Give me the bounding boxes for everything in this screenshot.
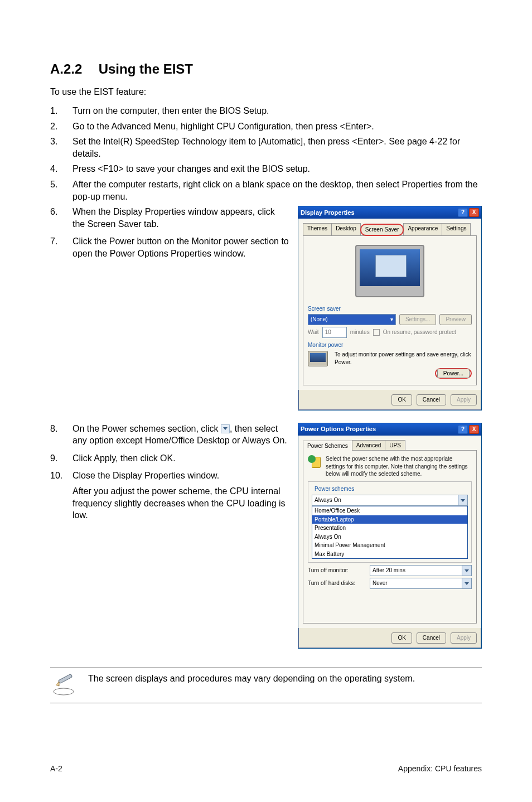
chevron-down-icon <box>462 578 471 588</box>
chevron-down-icon <box>458 495 467 505</box>
po-ok-button[interactable]: OK <box>391 632 412 644</box>
step-text-8: On the Power schemes section, click , th… <box>72 423 289 447</box>
resume-checkbox[interactable] <box>373 329 380 336</box>
step-text-4: Press <F10> to save your changes and exi… <box>72 163 482 175</box>
section-heading: A.2.2 Using the EIST <box>50 61 482 77</box>
step-num-10: 10. <box>50 470 64 521</box>
step-num-7: 7. <box>50 235 64 259</box>
turn-off-hd-select[interactable]: Never <box>370 578 472 589</box>
steps-list: 1.Turn on the computer, then enter the B… <box>50 105 482 658</box>
po-tabs: Power Schemes Advanced UPS <box>303 440 477 451</box>
monitor-power-group-label: Monitor power <box>308 341 472 349</box>
step-text-3: Set the Intel(R) SpeedStep Technology it… <box>72 136 482 160</box>
wait-label: Wait <box>308 328 319 336</box>
step-num-8: 8. <box>50 423 64 447</box>
help-icon[interactable]: ? <box>458 425 468 434</box>
help-icon[interactable]: ? <box>458 208 468 217</box>
option-portable-laptop[interactable]: Portable/Laptop <box>312 515 467 524</box>
power-button[interactable]: Power... <box>437 369 470 378</box>
turn-off-monitor-select[interactable]: After 20 mins <box>370 565 472 576</box>
tab-advanced[interactable]: Advanced <box>352 440 385 451</box>
svg-rect-1 <box>58 674 72 684</box>
po-cancel-button[interactable]: Cancel <box>417 632 446 644</box>
power-scheme-options-list: Home/Office Desk Portable/Laptop Present… <box>312 506 468 559</box>
step-num-3: 3. <box>50 136 64 160</box>
tab-power-schemes[interactable]: Power Schemes <box>303 441 352 451</box>
turn-off-monitor-label: Turn off monitor: <box>308 567 366 574</box>
battery-plug-icon <box>308 455 321 468</box>
option-minimal-power[interactable]: Minimal Power Management <box>312 541 467 550</box>
po-description: Select the power scheme with the most ap… <box>326 455 472 478</box>
footer-page-number: A-2 <box>50 764 62 773</box>
tab-screen-saver[interactable]: Screen Saver <box>360 224 404 236</box>
tab-settings[interactable]: Settings <box>442 223 471 235</box>
wait-unit: minutes <box>350 328 370 336</box>
section-number: A.2.2 <box>50 61 95 77</box>
monitor-preview-icon <box>355 245 424 297</box>
dp-tabs: Themes Desktop Screen Saver Appearance S… <box>303 223 477 235</box>
wait-minutes-input[interactable]: 10 <box>322 327 347 338</box>
power-schemes-label: Power schemes <box>313 485 356 493</box>
step-text-6: When the Display Properties window appea… <box>72 206 289 230</box>
monitor-power-text: To adjust monitor power settings and sav… <box>335 351 472 366</box>
screensaver-group-label: Screen saver <box>308 305 472 313</box>
option-presentation[interactable]: Presentation <box>312 524 467 533</box>
pencil-note-icon <box>52 674 78 696</box>
close-icon[interactable]: X <box>469 208 479 217</box>
option-home-office[interactable]: Home/Office Desk <box>312 506 467 515</box>
dp-apply-button[interactable]: Apply <box>451 394 477 405</box>
step-num-2: 2. <box>50 120 64 133</box>
po-apply-button[interactable]: Apply <box>451 632 477 644</box>
section-title-text: Using the EIST <box>99 61 193 76</box>
step-text-9: Click Apply, then click OK. <box>72 452 289 465</box>
page-footer: A-2 Appendix: CPU features <box>50 764 482 773</box>
option-always-on[interactable]: Always On <box>312 533 467 542</box>
power-options-window: Power Options Properties ? X Power Schem… <box>298 423 482 649</box>
svg-point-0 <box>54 688 74 695</box>
svg-marker-2 <box>56 682 59 686</box>
intro-text: To use the EIST feature: <box>50 87 482 97</box>
dp-cancel-button[interactable]: Cancel <box>417 394 446 405</box>
step-num-4: 4. <box>50 163 64 175</box>
step-num-5: 5. <box>50 178 64 202</box>
dp-ok-button[interactable]: OK <box>391 394 412 405</box>
step-text-10: Close the Display Properties window. Aft… <box>72 470 289 521</box>
option-max-battery[interactable]: Max Battery <box>312 550 467 559</box>
po-title: Power Options Properties <box>301 425 376 433</box>
settings-button[interactable]: Settings... <box>399 314 436 325</box>
dp-title: Display Properties <box>301 209 355 217</box>
step-num-6: 6. <box>50 206 64 230</box>
power-scheme-select[interactable]: Always On <box>312 495 468 506</box>
step-text-7: Click the Power button on the Monitor po… <box>72 235 289 259</box>
tab-ups[interactable]: UPS <box>385 440 405 451</box>
close-icon[interactable]: X <box>469 425 479 434</box>
tab-appearance[interactable]: Appearance <box>403 223 442 235</box>
step-text-1: Turn on the computer, then enter the BIO… <box>72 105 482 117</box>
step-text-5: After the computer restarts, right click… <box>72 178 482 202</box>
note-block: The screen displays and procedures may v… <box>50 668 482 703</box>
footer-chapter: Appendix: CPU features <box>398 764 482 773</box>
footnote-text: The screen displays and procedures may v… <box>88 674 415 684</box>
tab-themes[interactable]: Themes <box>303 223 332 235</box>
monitor-icon <box>308 351 328 366</box>
after-note: After you adjust the power scheme, the C… <box>72 486 286 520</box>
display-properties-window: Display Properties ? X Themes Desktop Sc… <box>298 206 482 410</box>
screensaver-select[interactable]: (None)▾ <box>308 314 396 325</box>
chevron-down-icon <box>462 566 471 576</box>
preview-button[interactable]: Preview <box>439 314 472 325</box>
tab-desktop[interactable]: Desktop <box>331 223 361 235</box>
resume-label: On resume, password protect <box>383 328 456 336</box>
step-text-2: Go to the Advanced Menu, highlight CPU C… <box>72 120 482 133</box>
chevron-down-icon <box>221 424 230 433</box>
turn-off-hd-label: Turn off hard disks: <box>308 579 366 587</box>
step-num-1: 1. <box>50 105 64 117</box>
step-num-9: 9. <box>50 452 64 465</box>
